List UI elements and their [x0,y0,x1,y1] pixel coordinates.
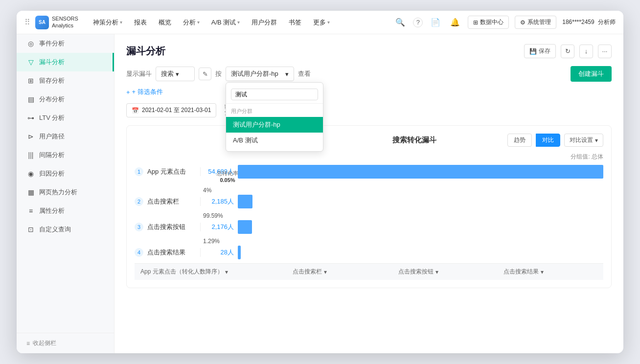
sidebar-item-event[interactable]: ◎ 事件分析 [17,34,114,53]
grid-icon[interactable]: ⠿ [24,18,30,27]
step-row-4: 4 点击搜索结果 28人 [135,246,603,259]
calendar-icon: 📅 [132,107,139,114]
table-col-1[interactable]: 点击搜索栏 ▾ [287,268,392,276]
bar-fill-4 [238,246,241,259]
refresh-button[interactable]: ↻ [561,45,574,58]
step-number-4: 4 [135,248,143,257]
nav-item-bookmark[interactable]: 书签 [284,15,306,30]
system-manage-button[interactable]: ⚙ 系统管理 [515,16,556,29]
chevron-down-icon: ▾ [435,269,438,275]
sidebar-item-property[interactable]: ≡ 属性分析 [17,202,114,220]
more-options-button[interactable]: ··· [598,45,612,58]
table-col-0[interactable]: App 元素点击（转化人数降序） ▾ [135,268,287,276]
edit-icon: ✎ [203,70,208,78]
heatmap-icon: ▦ [26,188,35,196]
step-count-3: 2,176人 [205,223,234,231]
retention-icon: ⊞ [26,77,35,85]
conversion-rate-3: 99.59% [203,212,603,219]
nav-item-overview[interactable]: 概览 [154,15,176,30]
dropdown-search-input[interactable] [231,89,318,100]
view-label: 查看 [298,69,311,78]
interval-icon: ||| [26,151,35,159]
step-name-2: 点击搜索栏 [147,197,196,206]
refresh-icon: ↻ [565,47,571,55]
doc-icon[interactable]: 📄 [429,16,442,29]
nav-item-shence[interactable]: 神策分析 ▾ [88,15,127,30]
save-icon: 💾 [529,48,537,55]
funnel-icon: ▽ [26,58,35,66]
chevron-down-icon: ▾ [225,269,228,275]
step-divider [200,167,201,176]
sidebar-item-ltv[interactable]: ⊶ LTV 分析 [17,109,114,127]
sidebar-item-attribution[interactable]: ◉ 归因分析 [17,164,114,183]
filter-bar: 显示漏斗 搜索 ▾ ✎ 按 测试用户分群-hp ▾ [126,66,612,82]
sidebar-item-path[interactable]: ⊳ 用户路径 [17,127,114,146]
compare-settings-button[interactable]: 对比设置 ▾ [564,134,603,147]
sidebar-item-heatmap[interactable]: ▦ 网页热力分析 [17,183,114,202]
search-icon[interactable]: 🔍 [393,16,407,29]
table-col-2[interactable]: 点击搜索按钮 ▾ [392,268,498,276]
step-divider [200,223,201,231]
step-name-4: 点击搜索结果 [147,248,196,257]
chevron-down-icon: ▾ [176,70,179,78]
sidebar-item-funnel[interactable]: ▽ 漏斗分析 [17,53,114,71]
chevron-down-icon: ▾ [541,269,544,275]
trend-button[interactable]: 趋势 [507,134,532,147]
question-icon[interactable]: ? [413,18,423,27]
download-icon: ↓ [585,47,588,55]
display-label: 显示漏斗 [126,69,152,78]
nav-item-report[interactable]: 报表 [129,15,152,30]
group-dropdown-trigger[interactable]: 测试用户分群-hp ▾ [226,67,294,81]
date-row: 📅 2021-02-01 至 2021-03-01 窗口期: 7天 [126,103,612,117]
dropdown-item-0[interactable]: 测试用户分群-hp [226,117,323,133]
app-window: ⠿ SA SENSORS Analytics 神策分析 ▾ 报表 概览 分析 ▾ [17,11,623,353]
step-bar-2 [238,195,603,208]
data-center-button[interactable]: ⊞ 数据中心 [468,16,509,29]
sidebar: ◎ 事件分析 ▽ 漏斗分析 ⊞ 留存分析 ▤ 分布分析 ⊶ LTV 分析 ⊳ 用… [17,34,114,353]
dropdown-item-1[interactable]: A/B 测试 [226,133,323,148]
chevron-down-icon: ▾ [327,20,330,25]
chevron-down-icon: ▾ [237,20,240,25]
table-col-3[interactable]: 点击搜索结果 ▾ [498,268,603,276]
collapse-icon: ≡ [26,340,30,347]
bar-fill-2 [238,195,252,208]
sidebar-collapse-button[interactable]: ≡ 收起侧栏 [17,333,114,353]
content-area: 漏斗分析 💾 保存 ↻ ↓ ··· [114,34,623,353]
save-button[interactable]: 💾 保存 [524,44,556,58]
data-center-icon: ⊞ [473,19,478,26]
page-title: 漏斗分析 [126,45,165,58]
dropdown-search-area [226,86,323,104]
date-range-selector[interactable]: 📅 2021-02-01 至 2021-03-01 [126,103,216,117]
step-row-2: 2 点击搜索栏 2,185人 [135,195,603,208]
nav-item-usergroup[interactable]: 用户分群 [247,15,282,30]
bell-icon[interactable]: 🔔 [448,16,462,29]
conversion-rate-4: 1.29% [203,238,603,245]
create-funnel-button[interactable]: 创建漏斗 [571,66,612,82]
content-actions: 💾 保存 ↻ ↓ ··· [524,44,612,58]
chevron-down-icon: ▾ [285,70,289,78]
compare-button-group: 对比 [536,134,560,147]
logo-text: SENSORS Analytics [52,16,78,28]
step-number-1: 1 [135,167,143,176]
nav-item-ab[interactable]: A/B 测试 ▾ [206,15,245,30]
path-icon: ⊳ [26,133,35,140]
download-button[interactable]: ↓ [579,45,593,58]
nav-item-analysis[interactable]: 分析 ▾ [178,15,205,30]
funnel-chart-area: 搜索转化漏斗 趋势 对比 对比设置 ▾ 分组值: 总体 [126,125,612,288]
sidebar-item-distribution[interactable]: ▤ 分布分析 [17,90,114,109]
funnel-step-2: 4% 2 点击搜索栏 2,185人 [135,187,603,208]
funnel-controls: 趋势 对比 对比设置 ▾ [507,134,603,147]
step-bar-1 [238,165,603,179]
add-filter-button[interactable]: + + 筛选条件 [126,88,612,96]
edit-button[interactable]: ✎ [199,68,211,80]
property-icon: ≡ [26,207,35,215]
compare-button[interactable]: 对比 [536,134,560,147]
main-layout: ◎ 事件分析 ▽ 漏斗分析 ⊞ 留存分析 ▤ 分布分析 ⊶ LTV 分析 ⊳ 用… [17,34,623,353]
user-info: 186****2459 分析师 [562,18,616,26]
chevron-down-icon: ▾ [120,20,122,25]
sidebar-item-custom-query[interactable]: ⊡ 自定义查询 [17,220,114,239]
nav-item-more[interactable]: 更多 ▾ [308,15,335,30]
sidebar-item-retention[interactable]: ⊞ 留存分析 [17,71,114,90]
sidebar-item-interval[interactable]: ||| 间隔分析 [17,146,114,164]
funnel-search-select[interactable]: 搜索 ▾ [156,67,195,81]
